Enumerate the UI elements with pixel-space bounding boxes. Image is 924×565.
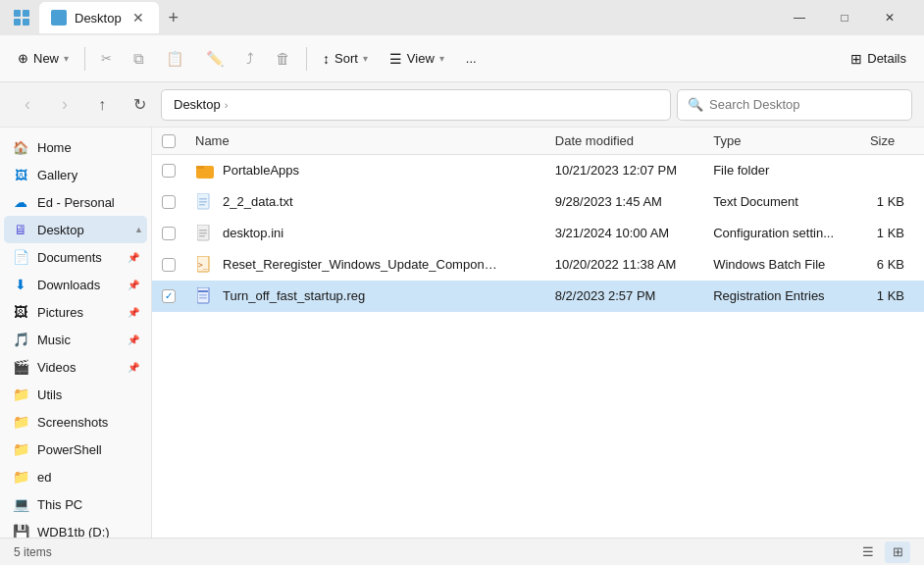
search-box[interactable]: 🔍 [677, 89, 912, 121]
date-column-header[interactable]: Date modified [545, 128, 703, 155]
table-row[interactable]: ✓ Turn_off_fast_startup.reg 8/2/2023 2:5… [152, 281, 924, 312]
copy-icon: ⧉ [133, 50, 144, 68]
back-button[interactable]: ‹ [12, 89, 43, 121]
minimize-button[interactable]: — [777, 0, 822, 35]
sidebar-item-this-pc[interactable]: 💻 This PC [4, 490, 147, 518]
sidebar-item-videos[interactable]: 🎬 Videos 📌 [4, 353, 147, 381]
name-column-header[interactable]: Name [185, 128, 545, 155]
svg-rect-0 [14, 10, 21, 17]
table-row[interactable]: 2_2_data.txt 9/28/2023 1:45 AM Text Docu… [152, 186, 924, 218]
window-controls: — □ ✕ [777, 0, 912, 35]
date-header-label: Date modified [555, 133, 634, 148]
details-label: Details [867, 51, 906, 66]
sidebar-item-home[interactable]: 🏠 Home [4, 133, 147, 161]
file-size-4: 1 KB [877, 288, 904, 303]
refresh-icon: ↻ [133, 95, 146, 114]
ini-file-icon [195, 224, 215, 243]
file-name-2: desktop.ini [223, 226, 283, 240]
status-bar: 5 items ☰ ⊞ [0, 538, 924, 565]
row-type-cell: Registration Entries [703, 281, 860, 312]
item-count: 5 items [14, 545, 52, 559]
tab-desktop[interactable]: Desktop ✕ [39, 2, 159, 33]
toolbar: ⊕ New ▾ ✂ ⧉ 📋 ✏️ ⤴ 🗑 ↕ Sort ▾ ☰ View ▾ .… [0, 35, 924, 82]
file-area: Name Date modified Type Size [152, 128, 924, 538]
search-icon: 🔍 [688, 97, 703, 112]
row-checkbox-1[interactable] [162, 195, 176, 209]
file-type-2: Configuration settin... [713, 226, 834, 240]
documents-icon: 📄 [12, 248, 29, 266]
search-input[interactable] [709, 97, 901, 112]
row-checkbox-4[interactable]: ✓ [162, 289, 176, 303]
file-size-1: 1 KB [877, 194, 904, 209]
type-column-header[interactable]: Type [703, 128, 860, 155]
row-checkbox-3[interactable] [162, 258, 176, 272]
new-tab-button[interactable]: + [159, 3, 188, 32]
sidebar-item-utils[interactable]: 📁 Utils [4, 381, 147, 408]
tab-close-button[interactable]: ✕ [129, 9, 147, 26]
copy-button[interactable]: ⧉ [124, 44, 154, 74]
sidebar-item-ed[interactable]: 📁 ed [4, 463, 147, 490]
table-row[interactable]: >_ Reset_Reregister_Windows_Update_Compo… [152, 249, 924, 281]
rename-button[interactable]: ✏️ [196, 44, 234, 74]
table-row[interactable]: desktop.ini 3/21/2024 10:00 AM Configura… [152, 218, 924, 249]
paste-button[interactable]: 📋 [156, 44, 194, 74]
sidebar-item-powershell[interactable]: 📁 PowerShell [4, 436, 147, 463]
svg-rect-12 [199, 232, 207, 234]
checkbox-column-header [152, 128, 185, 155]
sidebar-item-music[interactable]: 🎵 Music 📌 [4, 326, 147, 353]
home-icon: 🏠 [12, 138, 29, 156]
view-button[interactable]: ☰ View ▾ [380, 45, 454, 73]
refresh-button[interactable]: ↻ [124, 89, 155, 121]
svg-rect-5 [196, 166, 204, 169]
details-button[interactable]: ⊞ Details [841, 45, 916, 73]
select-all-checkbox[interactable] [162, 134, 176, 148]
view-toggles: ☰ ⊞ [855, 541, 910, 563]
sort-button[interactable]: ↕ Sort ▾ [313, 45, 378, 73]
file-name-4: Turn_off_fast_startup.reg [223, 288, 365, 303]
share-button[interactable]: ⤴ [236, 44, 264, 73]
path-chevron: › [225, 99, 229, 111]
close-button[interactable]: ✕ [867, 0, 912, 35]
row-type-cell: Windows Batch File [703, 249, 860, 281]
table-row[interactable]: PortableApps 10/21/2023 12:07 PM File fo… [152, 155, 924, 186]
sidebar-item-desktop[interactable]: 🖥 Desktop ▲ [4, 216, 147, 243]
cut-button[interactable]: ✂ [91, 45, 122, 72]
up-button[interactable]: ↑ [86, 89, 118, 121]
row-size-cell: 1 KB [860, 186, 924, 218]
size-header-label: Size [870, 133, 895, 148]
sidebar-label-this-pc: This PC [37, 497, 82, 512]
row-checkbox-2[interactable] [162, 227, 176, 240]
maximize-button[interactable]: □ [822, 0, 867, 35]
svg-rect-3 [23, 19, 29, 26]
grid-view-toggle[interactable]: ⊞ [885, 541, 910, 563]
sidebar-item-documents[interactable]: 📄 Documents 📌 [4, 243, 147, 271]
file-size-2: 1 KB [877, 226, 904, 240]
size-column-header[interactable]: Size [860, 128, 924, 155]
gallery-icon: 🖼 [12, 166, 29, 183]
address-path-field[interactable]: Desktop › [161, 89, 671, 121]
this-pc-icon: 💻 [12, 495, 29, 513]
file-name-1: 2_2_data.txt [223, 194, 293, 209]
forward-button[interactable]: › [49, 89, 80, 121]
main-content: 🏠 Home 🖼 Gallery ☁ Ed - Personal 🖥 Deskt… [0, 128, 924, 538]
sidebar-item-pictures[interactable]: 🖼 Pictures 📌 [4, 298, 147, 326]
delete-button[interactable]: 🗑 [266, 44, 300, 73]
row-size-cell: 1 KB [860, 281, 924, 312]
new-button[interactable]: ⊕ New ▾ [8, 45, 78, 72]
new-dropdown-icon: ▾ [64, 53, 69, 64]
sidebar-item-screenshots[interactable]: 📁 Screenshots [4, 408, 147, 436]
svg-rect-19 [199, 297, 207, 299]
sort-dropdown-icon: ▾ [363, 53, 368, 64]
sidebar-item-gallery[interactable]: 🖼 Gallery [4, 161, 147, 188]
row-name-cell: desktop.ini [185, 218, 545, 249]
list-view-toggle[interactable]: ☰ [855, 541, 881, 563]
address-bar: ‹ › ↑ ↻ Desktop › 🔍 [0, 82, 924, 128]
sidebar-item-wdb1tb[interactable]: 💾 WDB1tb (D:) [4, 518, 147, 538]
row-checkbox-0[interactable] [162, 164, 176, 178]
sort-label: Sort [334, 51, 358, 66]
sidebar-item-ed-personal[interactable]: ☁ Ed - Personal [4, 188, 147, 216]
sidebar-label-ed: ed [37, 470, 51, 485]
sidebar-item-downloads[interactable]: ⬇ Downloads 📌 [4, 271, 147, 298]
more-button[interactable]: ... [456, 45, 487, 72]
tab-folder-icon [51, 10, 67, 26]
